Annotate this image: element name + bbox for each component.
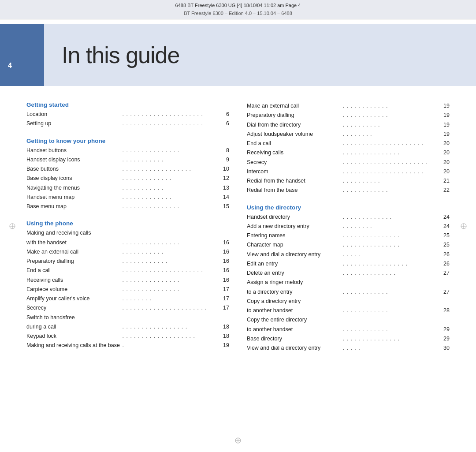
toc-dots: . . . . . . . . . . . . . . . . . . — [122, 164, 219, 174]
toc-label: Dial from the directory — [247, 120, 342, 130]
toc-dots: . . . . . . . . . . . . . . — [342, 269, 439, 278]
toc-label: Secrecy — [26, 303, 122, 313]
toc-item: Navigating the menus . . . . . . . . . .… — [26, 183, 229, 193]
toc-page: 17 — [218, 303, 229, 313]
toc-label: to another handset — [247, 325, 342, 334]
toc-dots: . . . . . . . . . . . . — [342, 111, 439, 120]
toc-dots: . . . . . . . . . . . . . . . . . — [342, 259, 439, 269]
toc-dots: . . . . . . . . . . — [342, 176, 439, 186]
toc-page: 9 — [218, 155, 229, 164]
toc-page: 24 — [439, 222, 450, 231]
toc-page: 19 — [439, 130, 450, 139]
toc-dots: . . . . . . . . . . . . . . . . . — [122, 322, 219, 332]
toc-item: Redial from the base . . . . . . . . . .… — [247, 186, 450, 195]
toc-page: 30 — [439, 344, 450, 353]
toc-label: Character map — [247, 240, 342, 250]
toc-dots: . . . . . . . . . . . . . . . . . . . — [122, 332, 219, 341]
toc-dots: . . . . . . . . . . . — [122, 247, 219, 257]
toc-label: End a call — [26, 266, 122, 275]
toc-label: Making and receiving calls at the base — [26, 341, 122, 350]
crosshair-left — [9, 223, 16, 230]
toc-dots: . . . . . . . . . . . . — [342, 186, 439, 195]
toc-dots: . . . . . . . . . . . . . . . — [342, 240, 439, 250]
toc-item: to a directory entry . . . . . . . . . .… — [247, 288, 450, 297]
page-wrapper: 6488 BT Freestyle 6300 UG [4] 18/10/04 1… — [0, 0, 476, 452]
toc-item: Handset buttons . . . . . . . . . . . . … — [26, 146, 229, 155]
toc-label: Copy a directory entry — [247, 297, 450, 306]
toc-label: Base directory — [247, 334, 342, 344]
toc-dots: . . . . . . . . . . . . . . . — [122, 238, 219, 247]
toc-label: Navigating the menus — [26, 183, 122, 193]
toc-item: Copy the entire directory — [247, 315, 450, 325]
toc-item: Assign a ringer melody — [247, 278, 450, 287]
toc-item: Location . . . . . . . . . . . . . . . .… — [26, 110, 229, 119]
toc-label: Secrecy — [247, 158, 342, 167]
toc-page: 29 — [439, 325, 450, 334]
left-accent-strip: 4 — [0, 24, 44, 86]
toc-dots: . . . . . . . . . . . . — [122, 257, 219, 266]
toc-label: Handset buttons — [26, 146, 122, 155]
toc-page: 22 — [439, 186, 450, 195]
toc-item: Receiving calls . . . . . . . . . . . . … — [247, 148, 450, 157]
toc-page: 14 — [218, 193, 229, 202]
toc-dots: . . . . . . . . — [342, 222, 439, 231]
toc-item: Secrecy . . . . . . . . . . . . . . . . … — [26, 303, 229, 313]
toc-label: End a call — [247, 139, 342, 148]
toc-dots: . . . . . — [342, 344, 439, 353]
toc-label: Intercom — [247, 167, 342, 176]
header-line2: BT Freestyle 6300 – Edition 4.0 – 15.10.… — [0, 10, 476, 18]
toc-dots: . . . . . . . . . . . . . — [122, 193, 219, 202]
crosshair-right — [460, 223, 467, 230]
toc-page: 16 — [218, 257, 229, 266]
toc-dots: . . . . . — [342, 250, 439, 259]
toc-label: Setting up — [26, 119, 122, 128]
toc-label: Make an external call — [26, 247, 122, 257]
toc-item: Receiving calls . . . . . . . . . . . . … — [26, 276, 229, 285]
toc-page: 20 — [439, 167, 450, 176]
section-heading: Using the phone — [26, 220, 229, 227]
toc-label: Handset display icons — [26, 155, 122, 164]
toc-page: 19 — [439, 120, 450, 130]
toc-item: Making and receiving calls at the base .… — [26, 341, 229, 350]
toc-page: 26 — [439, 259, 450, 269]
toc-dots: . . . . . . . . . . . . — [342, 325, 439, 334]
toc-item: to another handset . . . . . . . . . . .… — [247, 325, 450, 334]
toc-label: Entering names — [247, 231, 342, 240]
toc-label: Add a new directory entry — [247, 222, 342, 231]
toc-dots: . . . . . . . . . . . . . . . . . . . . … — [342, 158, 439, 167]
toc-page: 17 — [218, 294, 229, 303]
toc-dots: . . . . . . . . . . . . — [342, 101, 439, 111]
toc-dots: . . . . . . . . . . — [342, 120, 439, 130]
toc-page: 20 — [439, 158, 450, 167]
title-area: In this guide — [44, 24, 476, 86]
toc-page: 12 — [218, 174, 229, 183]
toc-label: Base menu map — [26, 202, 122, 211]
toc-label: Receiving calls — [26, 276, 122, 285]
toc-dots: . . . . . . . . . . . . . . . . . . . . … — [122, 110, 219, 119]
toc-item: Handset menu map . . . . . . . . . . . .… — [26, 193, 229, 202]
toc-label: Receiving calls — [247, 148, 342, 157]
toc-page: 25 — [439, 231, 450, 240]
toc-page: 27 — [439, 288, 450, 297]
toc-dots: . . . . . . . . . . . . . — [122, 174, 219, 183]
toc-item: Base directory . . . . . . . . . . . . .… — [247, 334, 450, 344]
toc-page: 16 — [218, 247, 229, 257]
toc-dots: . . . . . . . . . . . . . . . — [342, 334, 439, 344]
toc-item: Preparatory dialling . . . . . . . . . .… — [26, 257, 229, 266]
toc-label: Base display icons — [26, 174, 122, 183]
toc-item: Delete an entry . . . . . . . . . . . . … — [247, 269, 450, 278]
toc-dots: . . . . . . . . . . . . — [342, 306, 439, 315]
toc-dots: . . . . . . . . . . . . . . . . . . . . … — [342, 139, 439, 148]
toc-dots: . . . . . . . . . . . . — [342, 288, 439, 297]
toc-page: 29 — [439, 334, 450, 344]
toc-dots: . . . . . . . . . . . . . . . — [122, 285, 219, 294]
content-area: Getting startedLocation . . . . . . . . … — [0, 97, 476, 434]
section-heading: Getting to know your phone — [26, 138, 229, 144]
toc-page: 27 — [439, 269, 450, 278]
toc-item: Setting up . . . . . . . . . . . . . . .… — [26, 119, 229, 128]
header-line1: 6488 BT Freestyle 6300 UG [4] 18/10/04 1… — [0, 2, 476, 10]
toc-page: 19 — [439, 101, 450, 111]
toc-label: Keypad lock — [26, 332, 122, 341]
toc-dots: . . . . . . . . . . . . . . . . . . . . … — [342, 167, 439, 176]
left-column: Getting startedLocation . . . . . . . . … — [26, 97, 229, 434]
